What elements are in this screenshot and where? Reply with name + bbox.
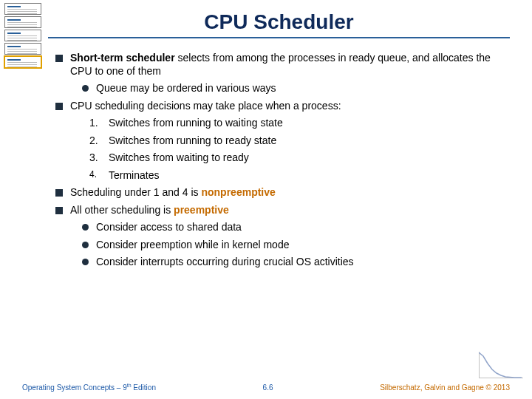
number-label: 4.	[89, 169, 103, 180]
bullet-4-pre: All other scheduling is	[70, 204, 174, 216]
thumbnail-5[interactable]	[4, 56, 41, 68]
thumbnail-2[interactable]	[4, 16, 41, 28]
footer-center: 6.6	[263, 383, 273, 392]
square-bullet-icon	[55, 103, 63, 110]
dot-bullet-icon	[82, 242, 89, 248]
numbered-2-text: Switches from running to ready state	[109, 134, 276, 148]
bullet-4-sub-3-text: Consider interrupts occurring during cru…	[96, 256, 354, 269]
bullet-4: All other scheduling is preemptive	[55, 204, 510, 217]
corner-graph	[474, 349, 526, 381]
square-bullet-icon	[55, 189, 63, 197]
thumbnail-strip	[4, 3, 41, 68]
dot-bullet-icon	[82, 85, 89, 92]
thumbnail-3[interactable]	[4, 30, 41, 41]
bullet-1-sub-1-text: Queue may be ordered in various ways	[96, 82, 276, 95]
slide-body: Short-term scheduler selects from among …	[48, 52, 510, 269]
bullet-1-strong: Short-term scheduler	[70, 52, 175, 64]
numbered-1-text: Switches from running to waiting state	[109, 117, 283, 130]
bullet-3: Scheduling under 1 and 4 is nonpreemptiv…	[55, 186, 510, 200]
square-bullet-icon	[55, 207, 63, 214]
thumbnail-4[interactable]	[4, 43, 41, 55]
square-bullet-icon	[55, 55, 63, 62]
bullet-4-accent: preemptive	[174, 204, 229, 216]
numbered-4: 4. Terminates	[89, 169, 510, 183]
bullet-4-sub-1: Consider access to shared data	[82, 221, 510, 234]
slide-title: CPU Scheduler	[48, 10, 510, 34]
bullet-4-text: All other scheduling is preemptive	[70, 204, 229, 217]
bullet-4-sub-1-text: Consider access to shared data	[96, 221, 242, 234]
numbered-4-text: Terminates	[109, 169, 159, 183]
footer: Operating System Concepts – 9th Edition …	[22, 383, 510, 392]
numbered-2: 2. Switches from running to ready state	[89, 134, 510, 148]
bullet-4-sub-2-text: Consider preemption while in kernel mode	[96, 239, 289, 252]
bullet-4-sub-3: Consider interrupts occurring during cru…	[82, 256, 510, 269]
bullet-3-text: Scheduling under 1 and 4 is nonpreemptiv…	[70, 186, 276, 200]
bullet-2-text: CPU scheduling decisions may take place …	[70, 100, 341, 113]
dot-bullet-icon	[82, 224, 89, 231]
number-label: 1.	[89, 117, 103, 130]
bullet-1: Short-term scheduler selects from among …	[55, 52, 510, 78]
footer-left: Operating System Concepts – 9th Edition	[22, 383, 156, 392]
thumbnail-1[interactable]	[4, 3, 41, 15]
bullet-3-accent: nonpreemptive	[201, 186, 275, 198]
numbered-3: 3. Switches from waiting to ready	[89, 151, 510, 165]
bullet-3-pre: Scheduling under 1 and 4 is	[70, 186, 201, 198]
bullet-2: CPU scheduling decisions may take place …	[55, 100, 510, 113]
number-label: 3.	[89, 151, 103, 165]
slide: CPU Scheduler Short-term scheduler selec…	[0, 0, 532, 399]
numbered-3-text: Switches from waiting to ready	[109, 151, 249, 165]
bullet-1-sub-1: Queue may be ordered in various ways	[82, 82, 510, 95]
numbered-1: 1. Switches from running to waiting stat…	[89, 117, 510, 130]
footer-right: Silberschatz, Galvin and Gagne © 2013	[380, 383, 510, 392]
bullet-4-sub-2: Consider preemption while in kernel mode	[82, 239, 510, 252]
title-rule	[48, 37, 510, 38]
footer-left-pre: Operating System Concepts – 9	[22, 383, 127, 392]
bullet-1-text: Short-term scheduler selects from among …	[70, 52, 510, 78]
number-label: 2.	[89, 134, 103, 148]
corner-graph-line-icon	[479, 352, 523, 378]
footer-left-post: Edition	[132, 383, 156, 392]
dot-bullet-icon	[82, 259, 89, 265]
